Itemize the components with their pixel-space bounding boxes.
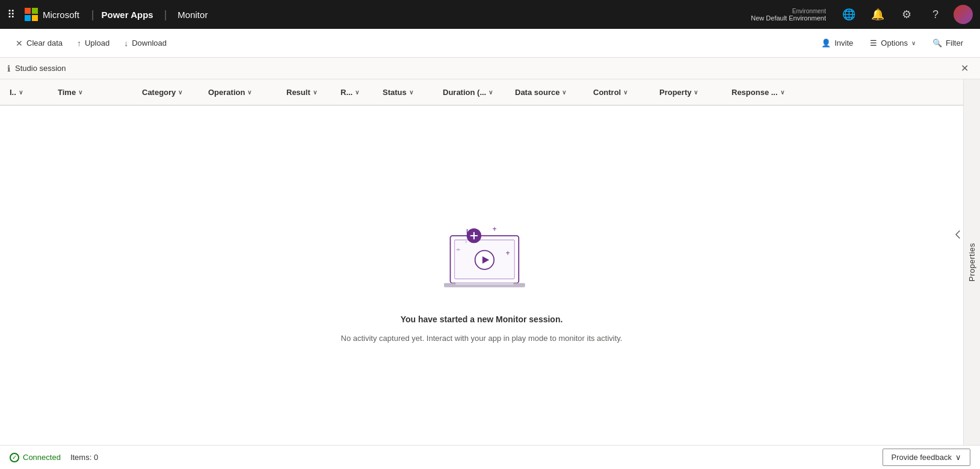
col-status-sort-icon: ∨: [409, 89, 413, 96]
notifications-icon[interactable]: 🔔: [867, 4, 889, 25]
col-duration-sort-icon: ∨: [488, 89, 493, 96]
col-result-label: Result: [286, 88, 310, 97]
toolbar-right: 👤 Invite ☰ Options ∨ 🔍 Filter: [814, 35, 970, 51]
col-r-sort-icon: ∨: [355, 89, 359, 96]
feedback-label: Provide feedback: [892, 453, 952, 462]
col-operation-sort-icon: ∨: [247, 89, 251, 96]
svg-rect-5: [455, 282, 513, 285]
col-time-sort-icon: ∨: [78, 89, 82, 96]
col-header-result[interactable]: Result ∨: [282, 79, 336, 105]
microsoft-label: Microsoft: [43, 10, 79, 20]
col-header-time[interactable]: Time ∨: [53, 79, 137, 105]
col-category-label: Category: [142, 88, 176, 97]
topbar-page-name: Monitor: [177, 10, 208, 20]
col-response-sort-icon: ∨: [780, 89, 784, 96]
properties-label: Properties: [967, 243, 976, 281]
environment-info: Environment New Default Environment: [751, 8, 826, 22]
feedback-chevron-icon: ∨: [955, 453, 961, 462]
col-header-datasource[interactable]: Data source ∨: [510, 79, 588, 105]
col-status-label: Status: [383, 88, 407, 97]
empty-title: You have started a new Monitor session.: [401, 314, 563, 324]
col-datasource-sort-icon: ∨: [562, 89, 566, 96]
clear-data-button[interactable]: ✕ Clear data: [10, 35, 69, 52]
statusbar: ✓ Connected Items: 0 Provide feedback ∨: [0, 445, 980, 469]
toolbar: ✕ Clear data ↑ Upload ↓ Download 👤 Invit…: [0, 29, 980, 58]
col-header-property[interactable]: Property ∨: [655, 79, 727, 105]
col-datasource-label: Data source: [515, 88, 559, 97]
provide-feedback-button[interactable]: Provide feedback ∨: [883, 449, 970, 466]
main-area: I.. ∨ Time ∨ Category ∨ Operation ∨ Resu…: [0, 79, 980, 445]
col-operation-label: Operation: [208, 88, 245, 97]
col-header-operation[interactable]: Operation ∨: [203, 79, 282, 105]
microsoft-logo: Microsoft: [25, 8, 79, 21]
filter-button[interactable]: 🔍 Filter: [925, 35, 970, 51]
clear-data-icon: ✕: [16, 38, 23, 48]
col-header-id[interactable]: I.. ∨: [5, 79, 53, 105]
close-session-button[interactable]: ✕: [956, 60, 973, 77]
settings-icon[interactable]: ⚙: [896, 4, 917, 25]
connected-icon: ✓: [10, 453, 19, 462]
col-property-label: Property: [659, 88, 691, 97]
globe-icon[interactable]: 🌐: [838, 4, 860, 25]
topbar-separator: |: [91, 8, 94, 21]
filter-icon: 🔍: [932, 38, 942, 48]
options-label: Options: [881, 38, 908, 48]
col-property-sort-icon: ∨: [694, 89, 698, 96]
topbar-page-separator: |: [164, 8, 167, 21]
download-icon: ↓: [124, 38, 128, 48]
items-count: Items: 0: [70, 453, 98, 462]
download-label: Download: [132, 38, 167, 48]
invite-button[interactable]: 👤 Invite: [814, 35, 860, 51]
options-chevron-icon: ∨: [911, 40, 916, 46]
upload-button[interactable]: ↑ Upload: [71, 35, 116, 52]
grid-icon[interactable]: ⠿: [7, 8, 15, 21]
options-icon: ☰: [870, 38, 877, 48]
svg-text:+: +: [505, 249, 510, 257]
col-id-label: I..: [10, 88, 16, 97]
connected-label: Connected: [23, 453, 61, 462]
download-button[interactable]: ↓ Download: [118, 35, 173, 52]
col-category-sort-icon: ∨: [178, 89, 182, 96]
session-bar: ℹ Studio session ✕: [0, 58, 980, 79]
col-duration-label: Duration (...: [443, 88, 486, 97]
col-header-duration[interactable]: Duration (... ∨: [438, 79, 510, 105]
session-label: Studio session: [15, 64, 66, 73]
environment-label: Environment: [792, 8, 826, 14]
col-header-category[interactable]: Category ∨: [137, 79, 203, 105]
svg-point-15: [499, 239, 501, 241]
help-icon[interactable]: ?: [925, 4, 946, 25]
table-area: I.. ∨ Time ∨ Category ∨ Operation ∨ Resu…: [0, 79, 963, 445]
properties-panel[interactable]: Properties: [963, 79, 980, 445]
properties-panel-inner: Properties: [967, 79, 976, 445]
empty-subtitle: No activity captured yet. Interact with …: [341, 334, 623, 343]
col-header-response[interactable]: Response ... ∨: [727, 79, 799, 105]
col-header-status[interactable]: Status ∨: [378, 79, 438, 105]
upload-icon: ↑: [77, 38, 81, 48]
info-icon: ℹ: [7, 64, 10, 73]
col-header-r[interactable]: R... ∨: [336, 79, 378, 105]
col-control-label: Control: [593, 88, 621, 97]
col-id-sort-icon: ∨: [19, 89, 23, 96]
col-result-sort-icon: ∨: [313, 89, 317, 96]
clear-data-label: Clear data: [26, 38, 63, 48]
table-header: I.. ∨ Time ∨ Category ∨ Operation ∨ Resu…: [0, 79, 963, 106]
environment-value: New Default Environment: [751, 14, 826, 22]
col-header-control[interactable]: Control ∨: [588, 79, 655, 105]
options-button[interactable]: ☰ Options ∨: [863, 35, 923, 51]
filter-label: Filter: [946, 38, 963, 48]
svg-point-14: [465, 241, 467, 243]
upload-label: Upload: [85, 38, 109, 48]
col-r-label: R...: [341, 88, 353, 97]
col-response-label: Response ...: [732, 88, 778, 97]
connection-status: ✓ Connected: [10, 453, 61, 462]
avatar[interactable]: [954, 5, 973, 24]
col-time-label: Time: [58, 88, 76, 97]
invite-label: Invite: [834, 38, 853, 48]
empty-state: + + You have started a new Monitor sessi…: [0, 106, 963, 445]
svg-text:+: +: [492, 225, 496, 233]
topbar-app-name: Power Apps: [102, 10, 153, 20]
col-control-sort-icon: ∨: [623, 89, 627, 96]
empty-illustration: + +: [416, 209, 548, 305]
topbar: ⠿ Microsoft | Power Apps | Monitor Envir…: [0, 0, 980, 29]
invite-icon: 👤: [821, 38, 831, 48]
